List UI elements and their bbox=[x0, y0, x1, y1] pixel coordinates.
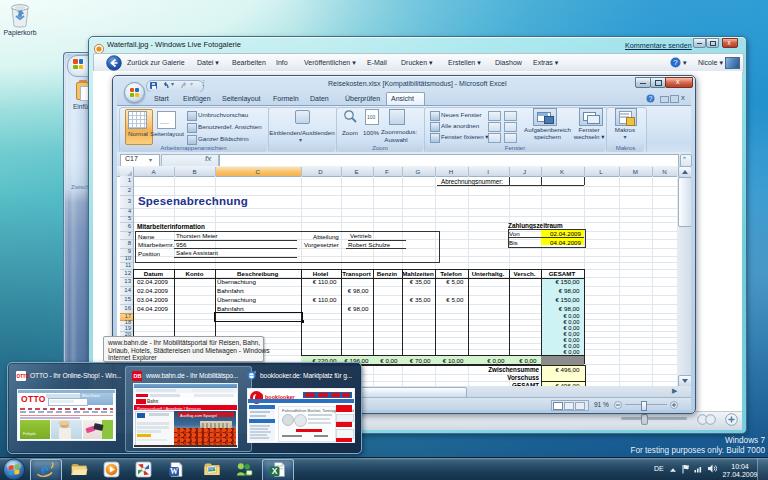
svg-text:W: W bbox=[170, 467, 178, 476]
svg-text:X: X bbox=[272, 466, 278, 476]
svg-text:?: ? bbox=[673, 58, 678, 67]
svg-text:?: ? bbox=[649, 95, 653, 102]
